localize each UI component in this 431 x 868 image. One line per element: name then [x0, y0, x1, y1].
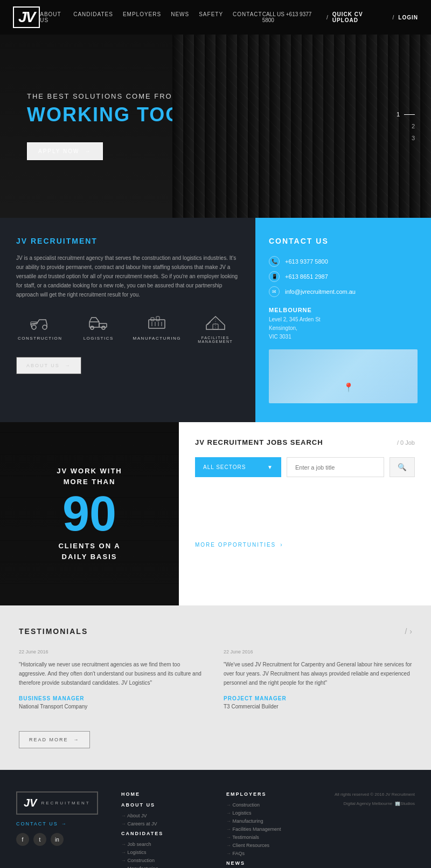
read-more-button[interactable]: READ MORE → [19, 731, 90, 748]
service-facilities: FACILITIES MANAGEMENT [192, 313, 240, 343]
facilities-icon [205, 313, 226, 332]
footer-construction[interactable]: Construction [121, 858, 205, 863]
about-button[interactable]: ABOUT US → [16, 357, 81, 374]
testimonial-1-text: "Historically we never use recruitment a… [19, 660, 207, 687]
footer-emp-logistics[interactable]: Logistics [226, 810, 310, 816]
email-item: ✉ info@jvrecruitment.com.au [269, 286, 418, 297]
about-contact-row: JV RECRUITMENT JV is a specialist recrui… [0, 218, 431, 422]
footer-logistics[interactable]: Logistics [121, 850, 205, 855]
phone2-item: 📱 +613 8651 2987 [269, 271, 418, 282]
site-header: JV ABOUT US CANDIDATES EMPLOYERS NEWS SA… [0, 0, 431, 35]
construction-label: CONSTRUCTION [18, 336, 62, 341]
hero-slide-2[interactable]: 2 [412, 123, 415, 129]
logistics-label: LOGISTICS [84, 336, 114, 341]
footer-nav-col2: EMPLOYERS Construction Logistics Manufac… [226, 791, 310, 868]
svg-point-1 [43, 325, 47, 329]
job-title-input[interactable] [287, 457, 384, 477]
footer-emp-construction[interactable]: Construction [226, 802, 310, 808]
clients-section: JV WORK WITHMORE THAN 90 CLIENTS ON ADAI… [0, 422, 179, 605]
search-icon: 🔍 [398, 463, 407, 471]
manufacturing-icon [146, 313, 168, 332]
next-testimonial-button[interactable]: › [409, 627, 412, 636]
testimonial-2-date: 22 June 2016 [224, 649, 412, 655]
footer-copyright: All rights reserved © 2016 JV Recruitmen… [331, 791, 415, 868]
testimonial-1-date: 22 June 2016 [19, 649, 207, 655]
mobile-icon: 📱 [269, 271, 280, 282]
sector-select[interactable]: ALL SECTORS ▼ [195, 457, 281, 477]
jobs-title: JV RECRUITMENT JOBS SEARCH [195, 438, 323, 446]
phone-icon: 📞 [269, 256, 280, 267]
hero-slide-3[interactable]: 3 [412, 135, 415, 141]
testimonials-grid: 22 June 2016 "Historically we never use … [19, 649, 412, 709]
linkedin-icon[interactable]: in [51, 833, 64, 846]
twitter-icon[interactable]: t [33, 833, 46, 846]
email-text: info@jvrecruitment.com.au [285, 288, 356, 295]
footer-contact-link[interactable]: CONTACT US → [16, 821, 100, 826]
service-construction: CONSTRUCTION [16, 313, 64, 343]
location-title: MELBOURNE [269, 307, 418, 313]
about-title: JV RECRUITMENT [16, 237, 239, 245]
apply-now-button[interactable]: APPLY NOW → [27, 142, 103, 160]
footer-brand: JV RECRUITMENT CONTACT US → f t in [16, 791, 100, 868]
footer-nav-col1: HOME ABOUT US About JV Careers at JV CAN… [121, 791, 205, 868]
footer-emp-resources[interactable]: Client Resources [226, 843, 310, 848]
arrow-icon: → [85, 148, 92, 154]
contact-section: CONTACT US 📞 +613 9377 5800 📱 +613 8651 … [255, 218, 431, 422]
main-nav: ABOUT US CANDIDATES EMPLOYERS NEWS SAFET… [40, 11, 262, 23]
nav-about[interactable]: ABOUT US [40, 11, 64, 23]
svg-rect-9 [156, 316, 159, 321]
nav-news[interactable]: NEWS [171, 11, 189, 23]
contact-location: MELBOURNE Level 2, 345 Arden St Kensingt… [269, 307, 418, 341]
phone2-text: +613 8651 2987 [285, 273, 328, 280]
footer-agency: Digital Agency Melbourne 🏢Studios [331, 801, 415, 806]
footer-top: JV RECRUITMENT CONTACT US → f t in HOME … [16, 791, 415, 868]
clients-jobs-row: JV WORK WITHMORE THAN 90 CLIENTS ON ADAI… [0, 422, 431, 605]
email-icon: ✉ [269, 286, 280, 297]
footer-emp-testimonials[interactable]: Testimonials [226, 835, 310, 840]
footer-manufacturing[interactable]: Manufacturing [121, 866, 205, 868]
more-opportunities-link[interactable]: MORE OPPORTUNITIES › [195, 542, 283, 548]
nav-employers[interactable]: EMPLOYERS [123, 11, 161, 23]
footer-careers[interactable]: Careers at JV [121, 821, 205, 826]
hero-background [172, 35, 431, 218]
footer-job-search[interactable]: Job search [121, 842, 205, 847]
jobs-header: JV RECRUITMENT JOBS SEARCH / 0 Job [195, 438, 415, 446]
hero-slide-1[interactable]: 1 [397, 111, 415, 118]
facilities-label: FACILITIES MANAGEMENT [192, 336, 240, 343]
svg-point-0 [32, 325, 36, 329]
testimonials-nav: / › [405, 627, 412, 636]
nav-candidates[interactable]: CANDIDATES [73, 11, 113, 23]
chevron-down-icon: ▼ [267, 464, 273, 470]
footer-social: f t in [16, 833, 100, 846]
address-text: Level 2, 345 Arden St Kensington, VIC 30… [269, 315, 418, 341]
contact-title: CONTACT US [269, 237, 418, 245]
footer-emp-faqs[interactable]: FAQs [226, 851, 310, 856]
facebook-icon[interactable]: f [16, 833, 29, 846]
nav-contact[interactable]: CONTACT [233, 11, 262, 23]
footer-emp-facilities[interactable]: Facilities Management [226, 826, 310, 832]
testimonial-1: 22 June 2016 "Historically we never use … [19, 649, 207, 709]
testimonials-section: TESTIMONIALS / › 22 June 2016 "Historica… [0, 605, 431, 770]
manufacturing-label: MANUFACTURING [133, 336, 181, 341]
site-footer: JV RECRUITMENT CONTACT US → f t in HOME … [0, 770, 431, 868]
svg-rect-8 [151, 318, 154, 321]
testimonial-2: 22 June 2016 "We've used JV Recruitment … [224, 649, 412, 709]
login-link[interactable]: LOGIN [398, 15, 418, 20]
clients-number: 90 [62, 490, 116, 538]
testimonial-2-role: PROJECT MANAGER [224, 695, 412, 701]
about-section: JV RECRUITMENT JV is a specialist recrui… [0, 218, 255, 422]
arrow-icon: → [65, 363, 71, 368]
search-button[interactable]: 🔍 [390, 457, 415, 477]
logistics-icon [88, 313, 109, 332]
quick-cv-link[interactable]: QUICK CV UPLOAD [332, 11, 388, 23]
map-placeholder [269, 349, 418, 403]
jobs-section: JV RECRUITMENT JOBS SEARCH / 0 Job ALL S… [179, 422, 431, 605]
footer-about-jv[interactable]: About JV [121, 813, 205, 818]
testimonial-1-role: BUSINESS MANAGER [19, 695, 207, 701]
agency-brand-icon: 🏢Studios [395, 801, 415, 806]
logo[interactable]: JV [13, 6, 40, 28]
footer-emp-manufacturing[interactable]: Manufacturing [226, 818, 310, 824]
service-manufacturing: MANUFACTURING [133, 313, 181, 343]
chevron-right-icon: › [280, 542, 283, 548]
nav-safety[interactable]: SAFETY [199, 11, 223, 23]
